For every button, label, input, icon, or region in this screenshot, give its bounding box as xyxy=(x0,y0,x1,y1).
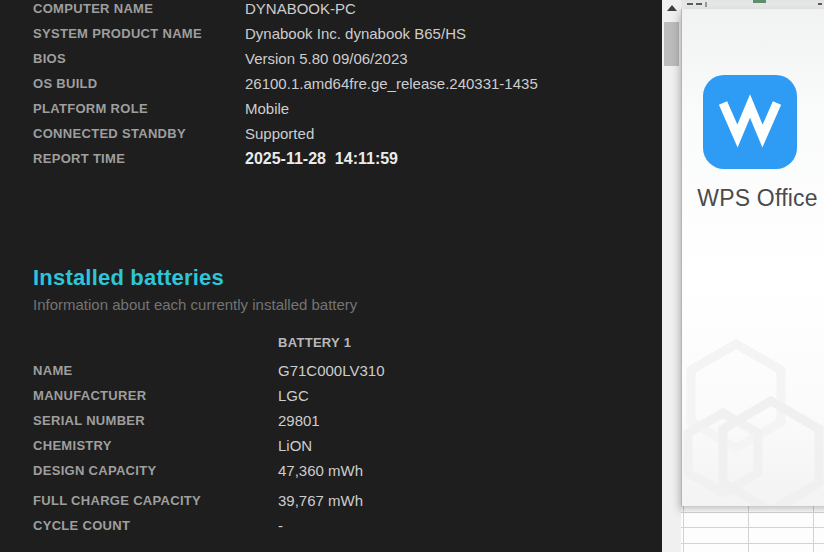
row-value: Mobile xyxy=(245,100,289,117)
row-value: DYNABOOK-PC xyxy=(245,0,356,17)
table-row: BIOS Version 5.80 09/06/2023 xyxy=(33,46,653,71)
row-label: REPORT TIME xyxy=(33,151,245,166)
row-value: Version 5.80 09/06/2023 xyxy=(245,50,408,67)
table-row: NAME G71C000LV310 xyxy=(33,358,653,383)
wps-app-name: WPS Office xyxy=(686,185,824,212)
battery-info-table: NAME G71C000LV310 MANUFACTURER LGC SERIA… xyxy=(33,358,653,538)
battery-report-pane: COMPUTER NAME DYNABOOK-PC SYSTEM PRODUCT… xyxy=(0,0,662,552)
window-control-mark xyxy=(687,3,693,5)
row-label: PLATFORM ROLE xyxy=(33,101,245,116)
window-control-mark xyxy=(818,3,822,5)
row-value: 39,767 mWh xyxy=(278,492,363,509)
row-label: CHEMISTRY xyxy=(33,438,278,453)
row-label: COMPUTER NAME xyxy=(33,1,245,16)
table-row: CYCLE COUNT - xyxy=(33,513,653,538)
table-row: SYSTEM PRODUCT NAME Dynabook Inc. dynabo… xyxy=(33,21,653,46)
row-label: OS BUILD xyxy=(33,76,245,91)
row-label: MANUFACTURER xyxy=(33,388,278,403)
row-label: NAME xyxy=(33,363,278,378)
table-row: OS BUILD 26100.1.amd64fre.ge_release.240… xyxy=(33,71,653,96)
row-value: 29801 xyxy=(278,412,320,429)
table-row: CONNECTED STANDBY Supported xyxy=(33,121,653,146)
row-value: LGC xyxy=(278,387,309,404)
table-row: REPORT TIME 2025-11-28 14:11:59 xyxy=(33,146,653,171)
row-label: FULL CHARGE CAPACITY xyxy=(33,493,278,508)
grid-line xyxy=(681,527,824,528)
table-row: MANUFACTURER LGC xyxy=(33,383,653,408)
table-row: DESIGN CAPACITY 47,360 mWh xyxy=(33,458,653,483)
vertical-scrollbar[interactable] xyxy=(662,0,681,552)
installed-batteries-heading: Installed batteries xyxy=(33,265,224,291)
spreadsheet-grid xyxy=(681,506,824,552)
system-info-table: COMPUTER NAME DYNABOOK-PC SYSTEM PRODUCT… xyxy=(33,0,653,171)
background-window-top-strip xyxy=(681,0,824,9)
wps-logo-icon xyxy=(703,75,797,169)
row-value: LiON xyxy=(278,437,312,454)
wps-w-glyph xyxy=(703,75,797,169)
table-row: FULL CHARGE CAPACITY 39,767 mWh xyxy=(33,488,653,513)
row-value: - xyxy=(278,517,283,534)
row-label: SYSTEM PRODUCT NAME xyxy=(33,26,245,41)
sheet-tab-mark xyxy=(753,0,766,3)
scroll-up-button[interactable] xyxy=(662,0,681,15)
scrollbar-thumb[interactable] xyxy=(664,22,679,66)
row-label: CYCLE COUNT xyxy=(33,518,278,533)
window-control-mark xyxy=(705,2,707,7)
row-label: CONNECTED STANDBY xyxy=(33,126,245,141)
table-row: SERIAL NUMBER 29801 xyxy=(33,408,653,433)
row-value: 26100.1.amd64fre.ge_release.240331-1435 xyxy=(245,75,538,92)
row-label: DESIGN CAPACITY xyxy=(33,463,278,478)
screen: COMPUTER NAME DYNABOOK-PC SYSTEM PRODUCT… xyxy=(0,0,824,552)
wps-splash-window: WPS Office xyxy=(681,9,824,506)
installed-batteries-subtitle: Information about each currently install… xyxy=(33,296,357,313)
table-row: CHEMISTRY LiON xyxy=(33,433,653,458)
row-label: SERIAL NUMBER xyxy=(33,413,278,428)
grid-line xyxy=(681,543,824,544)
window-control-mark xyxy=(696,3,702,5)
table-row: COMPUTER NAME DYNABOOK-PC xyxy=(33,0,653,21)
row-value: G71C000LV310 xyxy=(278,362,384,379)
row-value: 2025-11-28 14:11:59 xyxy=(245,150,398,168)
table-row: PLATFORM ROLE Mobile xyxy=(33,96,653,121)
battery-column-header: BATTERY 1 xyxy=(278,330,351,355)
row-value: 47,360 mWh xyxy=(278,462,363,479)
row-value: Dynabook Inc. dynabook B65/HS xyxy=(245,25,466,42)
row-label: BIOS xyxy=(33,51,245,66)
row-value: Supported xyxy=(245,125,314,142)
splash-drop-shadow xyxy=(681,506,824,514)
scroll-up-icon xyxy=(667,5,677,11)
